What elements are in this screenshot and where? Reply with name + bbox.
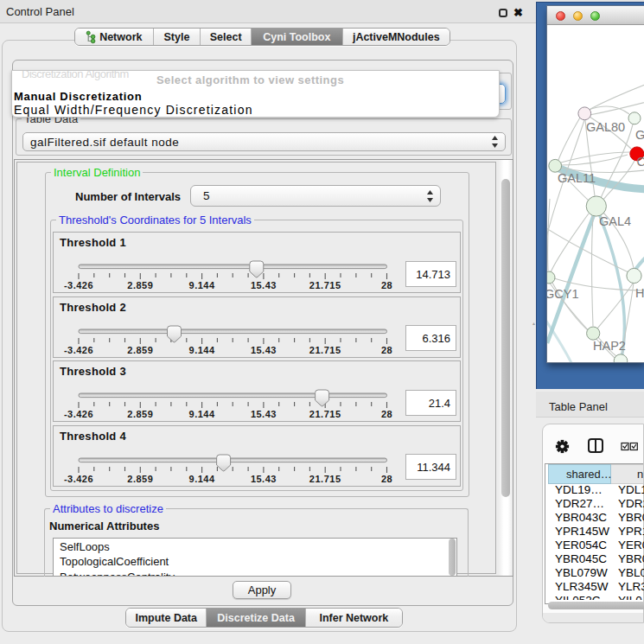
svg-text:HAP2: HAP2 (593, 339, 626, 353)
svg-text:28: 28 (381, 474, 392, 484)
svg-text:GCY1: GCY1 (547, 287, 579, 301)
svg-text:GAL4: GAL4 (599, 214, 631, 228)
svg-text:21.715: 21.715 (309, 280, 341, 290)
svg-text:9.144: 9.144 (189, 474, 215, 484)
svg-text:-3.426: -3.426 (64, 409, 93, 419)
svg-text:GAL11: GAL11 (558, 171, 596, 185)
svg-text:28: 28 (381, 409, 392, 419)
svg-text:28: 28 (381, 280, 392, 290)
svg-text:9.144: 9.144 (189, 345, 215, 355)
svg-text:9.144: 9.144 (189, 409, 215, 419)
svg-text:15.43: 15.43 (251, 409, 277, 419)
svg-text:H: H (635, 286, 644, 300)
svg-text:9.144: 9.144 (189, 280, 215, 290)
svg-text:2.859: 2.859 (127, 409, 153, 419)
svg-text:G.: G. (635, 128, 644, 142)
svg-text:15.43: 15.43 (251, 474, 277, 484)
svg-text:21.715: 21.715 (309, 409, 341, 419)
svg-text:2.859: 2.859 (127, 474, 153, 484)
svg-text:C: C (637, 155, 644, 169)
svg-text:-3.426: -3.426 (64, 345, 93, 355)
svg-text:28: 28 (381, 345, 392, 355)
svg-text:2.859: 2.859 (127, 345, 153, 355)
svg-text:2.859: 2.859 (127, 280, 153, 290)
svg-text:-3.426: -3.426 (64, 280, 93, 290)
svg-text:-3.426: -3.426 (64, 474, 93, 484)
svg-text:15.43: 15.43 (251, 345, 277, 355)
svg-text:21.715: 21.715 (309, 474, 341, 484)
svg-text:15.43: 15.43 (251, 280, 277, 290)
svg-text:GAL80: GAL80 (586, 120, 625, 134)
svg-text:21.715: 21.715 (309, 345, 341, 355)
